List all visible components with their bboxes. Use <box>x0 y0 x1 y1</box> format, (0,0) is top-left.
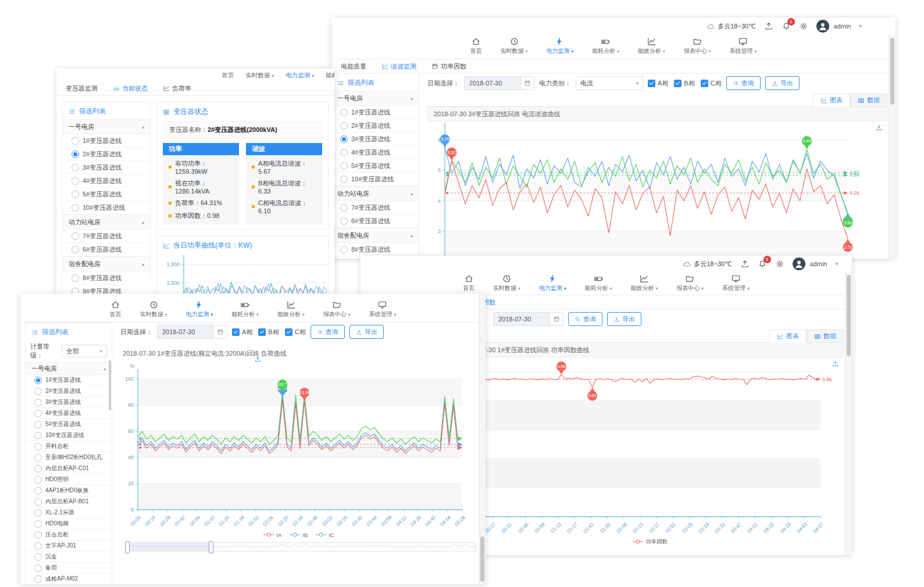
query-button[interactable]: 查询 <box>311 325 345 339</box>
notifications-button[interactable]: 5 <box>758 259 767 269</box>
phase-checkbox[interactable]: C相 <box>285 328 306 337</box>
phase-checkbox[interactable]: B相 <box>258 328 279 337</box>
sidebar-group[interactable]: 一号电房▴ <box>26 362 112 375</box>
phase-checkbox[interactable]: A相 <box>232 328 252 337</box>
mini-nav-item[interactable]: 能耗分析 ▾ <box>326 71 334 80</box>
sidebar-radio-item[interactable]: 10#变压器进线 <box>26 430 112 441</box>
download-chart-button[interactable] <box>254 355 262 363</box>
legend-item[interactable]: IA <box>263 532 281 538</box>
nav-item-monitor[interactable]: 系统管理 ▾ <box>730 37 757 55</box>
sidebar-radio-item[interactable]: 2#变压器进线 <box>331 119 419 133</box>
user-menu-caret[interactable]: ▾ <box>835 261 838 267</box>
phase-checkbox[interactable]: B相 <box>674 79 694 88</box>
data-zoom-handle-left[interactable] <box>125 541 130 553</box>
sidebar-radio-item[interactable]: HD0照明 <box>26 474 112 485</box>
tab-item[interactable]: 变压器监测 <box>66 84 98 93</box>
sidebar-radio-item[interactable]: HD0电梯 <box>26 518 112 529</box>
sidebar-radio-item[interactable]: 7#变压器进线 <box>331 201 419 214</box>
sidebar-group[interactable]: 一号电房▴ <box>63 119 150 134</box>
sidebar-radio-item[interactable]: 1#变压器进线 <box>26 375 112 386</box>
legend-item[interactable]: IC <box>316 532 334 538</box>
chart-legend[interactable]: IAIBIC <box>120 531 477 539</box>
export-button[interactable]: 导出 <box>349 325 384 339</box>
sidebar-radio-item[interactable]: 4#变压器进线 <box>331 146 419 159</box>
sidebar-group[interactable]: 宿舍配电房▴ <box>331 228 419 243</box>
sidebar-radio-item[interactable]: 9#变压器进线 <box>63 285 150 294</box>
sidebar-radio-item[interactable]: 1#变压器进线 <box>331 106 419 119</box>
sidebar-radio-item[interactable]: 6#变压器进线 <box>63 243 150 256</box>
tab-item[interactable]: 当前状态 <box>113 84 148 93</box>
sidebar-radio-item[interactable]: 压合总柜 <box>26 529 112 541</box>
sidebar-radio-item[interactable]: 备用 <box>26 563 112 574</box>
phase-checkbox[interactable]: C相 <box>701 79 722 88</box>
username[interactable]: admin <box>810 260 827 267</box>
sidebar-radio-item[interactable]: 8#变压器进线 <box>63 271 150 285</box>
nav-item-home[interactable]: 首页 <box>470 37 482 55</box>
mini-nav-item[interactable]: 首页 <box>222 71 234 80</box>
view-chart-tab[interactable]: 图表 <box>813 94 850 107</box>
query-button[interactable]: 查询 <box>568 312 602 326</box>
sidebar-radio-item[interactable]: 2#变压器进线 <box>26 386 112 397</box>
avatar[interactable] <box>793 257 805 270</box>
sidebar-radio-item[interactable]: 2#变压器进线 <box>63 148 150 161</box>
mini-nav-item[interactable]: 实时数据 ▾ <box>245 71 274 80</box>
upload-icon[interactable] <box>740 259 750 269</box>
nav-item-bolt[interactable]: 电力监测 ▾ <box>546 37 573 55</box>
sidebar-radio-item[interactable]: 内层总柜AP-C01 <box>26 463 112 474</box>
sidebar-radio-item[interactable]: 10#变压器进线 <box>331 173 419 186</box>
sidebar-scrollbar[interactable] <box>109 360 111 410</box>
date-input[interactable]: 2018-07-30 <box>464 76 534 90</box>
nav-item-battery[interactable]: 能耗分析 ▾ <box>585 274 612 292</box>
tab-item[interactable]: 电能质量 <box>341 62 366 71</box>
nav-item-bolt[interactable]: 电力监测 ▾ <box>185 300 213 318</box>
sidebar-radio-item[interactable]: 10#变压器进线 <box>63 201 150 214</box>
sidebar-radio-item[interactable]: 6#变压器进线 <box>331 214 419 228</box>
sidebar-radio-item[interactable]: 文字AP-J01 <box>26 541 112 552</box>
upload-icon[interactable] <box>764 22 773 31</box>
settings-icon[interactable] <box>775 259 784 269</box>
nav-item-folder[interactable]: 报表中心 ▾ <box>676 274 704 292</box>
data-zoom-selection[interactable] <box>127 543 212 551</box>
sidebar-radio-item[interactable]: 3#变压器进线 <box>63 161 150 174</box>
nav-item-bolt[interactable]: 电力监测 ▾ <box>539 274 566 292</box>
nav-item-clock[interactable]: 实时数据 ▾ <box>493 274 520 292</box>
nav-item-home[interactable]: 首页 <box>110 300 122 318</box>
power-type-select[interactable]: 电流▾ <box>576 76 643 90</box>
query-button[interactable]: 查询 <box>726 76 761 90</box>
data-zoom-handle-right[interactable] <box>209 541 213 553</box>
sidebar-radio-item[interactable]: 内层总柜AP-B01 <box>26 496 112 507</box>
mini-nav-item[interactable]: 电力监测 ▾ <box>286 71 314 80</box>
sidebar-radio-item[interactable]: 4#变压器进线 <box>63 174 150 188</box>
export-button[interactable]: 导出 <box>765 76 800 90</box>
sidebar-radio-item[interactable]: 7#变压器进线 <box>63 230 150 243</box>
date-input[interactable]: 2018-07-30 <box>493 312 563 326</box>
sidebar-radio-item[interactable]: 5#变压器进线 <box>63 188 150 201</box>
sidebar-radio-item[interactable]: 4#变压器进线 <box>26 408 112 419</box>
user-menu-caret[interactable]: ▾ <box>859 23 862 29</box>
sidebar-radio-item[interactable]: 1#变压器进线 <box>63 134 150 148</box>
export-button[interactable]: 导出 <box>607 312 641 326</box>
nav-item-folder[interactable]: 报表中心 ▾ <box>684 37 711 55</box>
sidebar-group[interactable]: 动力站电房▴ <box>63 214 150 230</box>
nav-item-monitor[interactable]: 系统管理 ▾ <box>369 300 397 318</box>
sidebar-radio-item[interactable]: XL-2.1乐源 <box>26 507 112 518</box>
nav-item-trend[interactable]: 能效分析 ▾ <box>638 37 665 55</box>
avatar[interactable] <box>816 20 829 33</box>
nav-item-home[interactable]: 首页 <box>463 274 475 292</box>
username[interactable]: admin <box>834 23 851 30</box>
sidebar-radio-item[interactable]: 沉金 <box>26 552 112 563</box>
sidebar-radio-item[interactable]: 开料总柜 <box>26 441 112 452</box>
meter-level-select[interactable]: 全部▾ <box>62 345 107 357</box>
tab-item[interactable]: 负荷率 <box>163 84 191 93</box>
window-scrollbar[interactable] <box>479 294 486 584</box>
sidebar-group[interactable]: 宿舍配电房▴ <box>63 256 150 271</box>
settings-icon[interactable] <box>799 22 808 31</box>
sidebar-radio-item[interactable]: 3#变压器进线 <box>331 133 419 146</box>
chart-legend[interactable]: 功率因数 <box>456 538 844 546</box>
nav-item-trend[interactable]: 能效分析 ▾ <box>277 300 305 318</box>
view-data-tab[interactable]: 数据 <box>807 330 844 343</box>
nav-item-clock[interactable]: 实时数据 ▾ <box>140 300 167 318</box>
download-chart-button[interactable] <box>875 124 883 131</box>
view-chart-tab[interactable]: 图表 <box>769 330 807 343</box>
nav-item-monitor[interactable]: 系统管理 ▾ <box>722 274 750 292</box>
